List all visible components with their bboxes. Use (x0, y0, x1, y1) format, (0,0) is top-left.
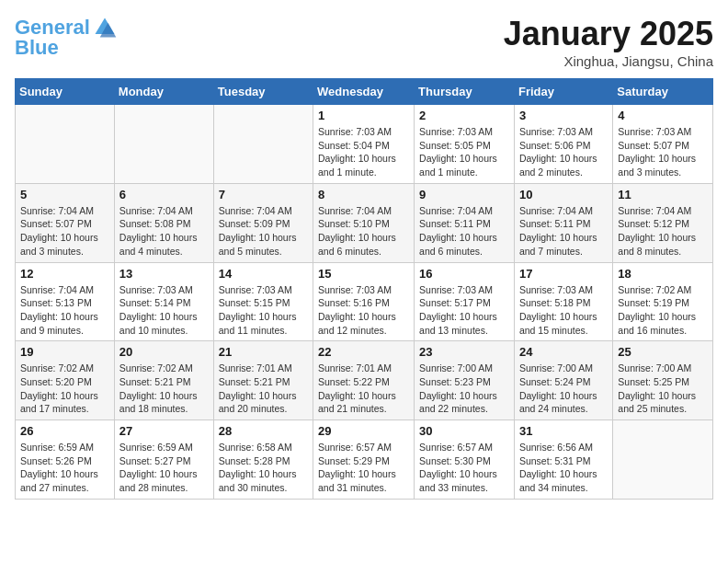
day-number: 8 (318, 188, 409, 201)
day-number: 31 (519, 424, 608, 438)
calendar-cell: 25Sunrise: 7:00 AM Sunset: 5:25 PM Dayli… (613, 341, 713, 420)
day-number: 16 (419, 267, 509, 281)
day-info: Sunrise: 7:00 AM Sunset: 5:23 PM Dayligh… (419, 362, 509, 416)
location: Xinghua, Jiangsu, China (504, 53, 713, 69)
day-info: Sunrise: 7:00 AM Sunset: 5:25 PM Dayligh… (618, 362, 708, 416)
day-number: 4 (618, 109, 708, 122)
day-info: Sunrise: 7:03 AM Sunset: 5:07 PM Dayligh… (618, 125, 708, 179)
day-info: Sunrise: 7:03 AM Sunset: 5:04 PM Dayligh… (318, 125, 409, 179)
day-number: 18 (618, 267, 708, 281)
calendar-cell: 27Sunrise: 6:59 AM Sunset: 5:27 PM Dayli… (114, 420, 213, 500)
calendar-cell: 1Sunrise: 7:03 AM Sunset: 5:04 PM Daylig… (313, 105, 415, 184)
day-number: 27 (119, 424, 209, 438)
weekday-header-thursday: Thursday (415, 79, 515, 105)
calendar-cell (613, 420, 713, 500)
day-number: 14 (219, 267, 308, 281)
weekday-header-sunday: Sunday (16, 79, 115, 105)
day-number: 28 (219, 424, 308, 438)
day-info: Sunrise: 7:03 AM Sunset: 5:06 PM Dayligh… (519, 125, 608, 179)
calendar-cell: 16Sunrise: 7:03 AM Sunset: 5:17 PM Dayli… (415, 262, 515, 341)
day-info: Sunrise: 6:58 AM Sunset: 5:28 PM Dayligh… (219, 441, 308, 495)
day-info: Sunrise: 6:59 AM Sunset: 5:27 PM Dayligh… (119, 441, 209, 495)
day-number: 10 (519, 188, 608, 201)
logo-icon (92, 15, 118, 40)
day-info: Sunrise: 7:04 AM Sunset: 5:10 PM Dayligh… (318, 204, 409, 259)
calendar-cell: 30Sunrise: 6:57 AM Sunset: 5:30 PM Dayli… (415, 420, 515, 500)
day-number: 15 (318, 267, 409, 281)
day-info: Sunrise: 6:56 AM Sunset: 5:31 PM Dayligh… (519, 441, 608, 495)
calendar-cell: 22Sunrise: 7:01 AM Sunset: 5:22 PM Dayli… (313, 341, 415, 420)
calendar-cell: 29Sunrise: 6:57 AM Sunset: 5:29 PM Dayli… (313, 420, 415, 500)
weekday-header-wednesday: Wednesday (313, 79, 415, 105)
day-info: Sunrise: 6:57 AM Sunset: 5:30 PM Dayligh… (419, 441, 509, 495)
day-number: 3 (519, 109, 608, 122)
calendar-cell: 15Sunrise: 7:03 AM Sunset: 5:16 PM Dayli… (313, 262, 415, 341)
calendar-cell: 20Sunrise: 7:02 AM Sunset: 5:21 PM Dayli… (114, 341, 213, 420)
weekday-header-saturday: Saturday (613, 79, 713, 105)
week-row-2: 5Sunrise: 7:04 AM Sunset: 5:07 PM Daylig… (16, 183, 713, 262)
day-number: 2 (419, 109, 509, 122)
calendar-cell: 8Sunrise: 7:04 AM Sunset: 5:10 PM Daylig… (313, 183, 415, 262)
day-number: 19 (20, 345, 109, 359)
calendar-cell: 28Sunrise: 6:58 AM Sunset: 5:28 PM Dayli… (213, 420, 313, 500)
day-number: 17 (519, 267, 608, 281)
calendar-cell: 13Sunrise: 7:03 AM Sunset: 5:14 PM Dayli… (114, 262, 213, 341)
calendar-cell: 11Sunrise: 7:04 AM Sunset: 5:12 PM Dayli… (613, 183, 713, 262)
calendar-cell: 17Sunrise: 7:03 AM Sunset: 5:18 PM Dayli… (514, 262, 612, 341)
calendar-cell: 9Sunrise: 7:04 AM Sunset: 5:11 PM Daylig… (415, 183, 515, 262)
day-number: 9 (419, 188, 509, 201)
day-number: 11 (618, 188, 708, 201)
day-info: Sunrise: 7:03 AM Sunset: 5:17 PM Dayligh… (419, 283, 509, 338)
week-row-1: 1Sunrise: 7:03 AM Sunset: 5:04 PM Daylig… (16, 105, 713, 184)
day-number: 7 (219, 188, 308, 201)
day-number: 21 (219, 345, 308, 359)
calendar-cell (213, 105, 313, 184)
weekday-header-row: SundayMondayTuesdayWednesdayThursdayFrid… (16, 79, 713, 105)
day-info: Sunrise: 7:04 AM Sunset: 5:11 PM Dayligh… (519, 204, 608, 259)
calendar-body: 1Sunrise: 7:03 AM Sunset: 5:04 PM Daylig… (16, 105, 713, 500)
day-number: 5 (20, 188, 109, 201)
day-info: Sunrise: 7:03 AM Sunset: 5:16 PM Dayligh… (318, 283, 409, 338)
calendar-cell: 14Sunrise: 7:03 AM Sunset: 5:15 PM Dayli… (213, 262, 313, 341)
day-info: Sunrise: 7:02 AM Sunset: 5:20 PM Dayligh… (20, 362, 109, 416)
calendar-cell (114, 105, 213, 184)
day-info: Sunrise: 7:03 AM Sunset: 5:05 PM Dayligh… (419, 125, 509, 179)
day-number: 30 (419, 424, 509, 438)
day-info: Sunrise: 6:57 AM Sunset: 5:29 PM Dayligh… (318, 441, 409, 495)
day-info: Sunrise: 7:04 AM Sunset: 5:11 PM Dayligh… (419, 204, 509, 259)
calendar-cell: 4Sunrise: 7:03 AM Sunset: 5:07 PM Daylig… (613, 105, 713, 184)
day-info: Sunrise: 7:03 AM Sunset: 5:15 PM Dayligh… (219, 283, 308, 338)
day-number: 26 (20, 424, 109, 438)
calendar-cell: 26Sunrise: 6:59 AM Sunset: 5:26 PM Dayli… (16, 420, 115, 500)
day-info: Sunrise: 7:04 AM Sunset: 5:09 PM Dayligh… (219, 204, 308, 259)
title-block: January 2025 Xinghua, Jiangsu, China (504, 15, 713, 69)
calendar-cell: 21Sunrise: 7:01 AM Sunset: 5:21 PM Dayli… (213, 341, 313, 420)
weekday-header-tuesday: Tuesday (213, 79, 313, 105)
day-info: Sunrise: 7:00 AM Sunset: 5:24 PM Dayligh… (519, 362, 608, 416)
day-number: 13 (119, 267, 209, 281)
calendar-cell: 6Sunrise: 7:04 AM Sunset: 5:08 PM Daylig… (114, 183, 213, 262)
day-info: Sunrise: 7:01 AM Sunset: 5:22 PM Dayligh… (318, 362, 409, 416)
day-info: Sunrise: 7:04 AM Sunset: 5:13 PM Dayligh… (20, 283, 109, 338)
day-number: 12 (20, 267, 109, 281)
day-info: Sunrise: 7:04 AM Sunset: 5:08 PM Dayligh… (119, 204, 209, 259)
month-title: January 2025 (504, 15, 713, 53)
day-number: 23 (419, 345, 509, 359)
calendar-table: SundayMondayTuesdayWednesdayThursdayFrid… (15, 78, 713, 500)
day-info: Sunrise: 6:59 AM Sunset: 5:26 PM Dayligh… (20, 441, 109, 495)
week-row-4: 19Sunrise: 7:02 AM Sunset: 5:20 PM Dayli… (16, 341, 713, 420)
calendar-cell: 10Sunrise: 7:04 AM Sunset: 5:11 PM Dayli… (514, 183, 612, 262)
day-info: Sunrise: 7:01 AM Sunset: 5:21 PM Dayligh… (219, 362, 308, 416)
calendar-cell: 12Sunrise: 7:04 AM Sunset: 5:13 PM Dayli… (16, 262, 115, 341)
calendar-cell: 2Sunrise: 7:03 AM Sunset: 5:05 PM Daylig… (415, 105, 515, 184)
calendar-cell: 24Sunrise: 7:00 AM Sunset: 5:24 PM Dayli… (514, 341, 612, 420)
calendar-cell: 23Sunrise: 7:00 AM Sunset: 5:23 PM Dayli… (415, 341, 515, 420)
calendar-cell: 31Sunrise: 6:56 AM Sunset: 5:31 PM Dayli… (514, 420, 612, 500)
calendar-cell: 18Sunrise: 7:02 AM Sunset: 5:19 PM Dayli… (613, 262, 713, 341)
day-number: 24 (519, 345, 608, 359)
weekday-header-friday: Friday (514, 79, 612, 105)
day-number: 22 (318, 345, 409, 359)
day-info: Sunrise: 7:03 AM Sunset: 5:14 PM Dayligh… (119, 283, 209, 338)
day-info: Sunrise: 7:04 AM Sunset: 5:07 PM Dayligh… (20, 204, 109, 259)
day-number: 20 (119, 345, 209, 359)
